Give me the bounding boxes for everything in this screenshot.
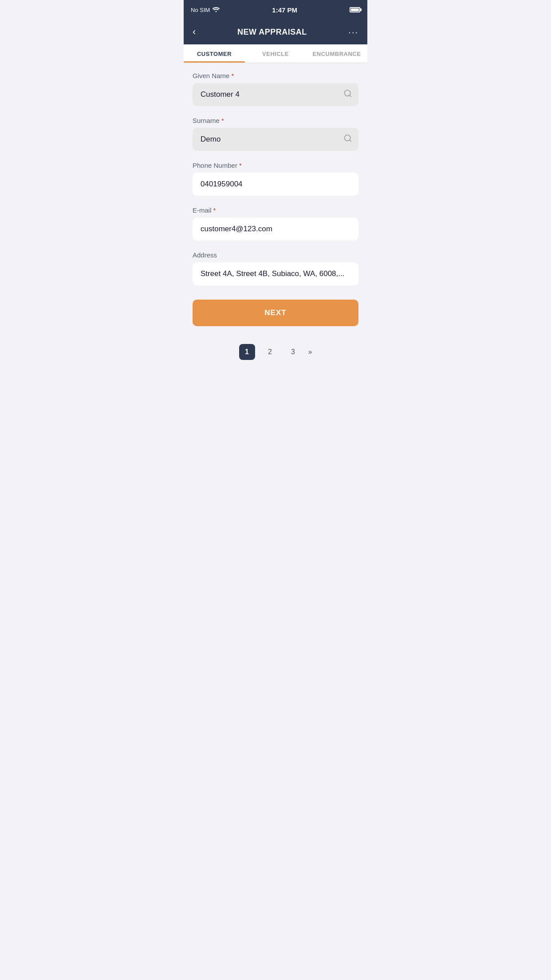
surname-search-icon[interactable] <box>343 134 352 145</box>
email-required: * <box>213 206 216 214</box>
page-3[interactable]: 3 <box>285 344 301 360</box>
email-input[interactable]: customer4@123.com <box>193 217 358 241</box>
surname-input[interactable]: Demo <box>193 128 358 151</box>
phone-group: Phone Number * 0401959004 <box>193 162 358 196</box>
page-next-button[interactable]: » <box>308 348 312 356</box>
surname-input-wrapper: Demo <box>193 128 358 151</box>
nav-bar: ‹ NEW APPRAISAL ··· <box>184 20 367 44</box>
page-1[interactable]: 1 <box>239 344 255 360</box>
surname-group: Surname * Demo <box>193 117 358 151</box>
pagination: 1 2 3 » <box>184 335 367 369</box>
phone-input[interactable]: 0401959004 <box>193 173 358 196</box>
email-label: E-mail * <box>193 206 358 214</box>
address-group: Address Street 4A, Street 4B, Subiaco, W… <box>193 251 358 285</box>
tab-encumbrance[interactable]: ENCUMBRANCE <box>306 44 367 63</box>
tab-vehicle[interactable]: VEHICLE <box>245 44 306 63</box>
svg-line-3 <box>350 140 351 142</box>
address-label: Address <box>193 251 358 259</box>
given-name-label: Given Name * <box>193 72 358 79</box>
surname-label: Surname * <box>193 117 358 124</box>
carrier-label: No SIM <box>191 7 210 13</box>
phone-required: * <box>239 162 242 169</box>
page-2[interactable]: 2 <box>262 344 278 360</box>
given-name-input-wrapper: Customer 4 <box>193 83 358 106</box>
more-button[interactable]: ··· <box>348 27 358 37</box>
given-name-required: * <box>231 72 234 79</box>
address-input[interactable]: Street 4A, Street 4B, Subiaco, WA, 6008,… <box>193 262 358 285</box>
given-name-group: Given Name * Customer 4 <box>193 72 358 106</box>
status-right <box>350 7 360 12</box>
svg-line-1 <box>350 95 351 97</box>
given-name-search-icon[interactable] <box>343 89 352 100</box>
status-time: 1:47 PM <box>272 6 297 14</box>
status-bar: No SIM 1:47 PM <box>184 0 367 20</box>
phone-label: Phone Number * <box>193 162 358 169</box>
surname-required: * <box>221 117 224 124</box>
back-button[interactable]: ‹ <box>193 26 196 38</box>
form-content: Given Name * Customer 4 Surname * Demo <box>184 63 367 335</box>
email-group: E-mail * customer4@123.com <box>193 206 358 241</box>
given-name-input[interactable]: Customer 4 <box>193 83 358 106</box>
status-left: No SIM <box>191 6 220 13</box>
tab-customer[interactable]: CUSTOMER <box>184 44 245 63</box>
wifi-icon <box>213 6 220 13</box>
next-button[interactable]: NEXT <box>193 300 358 326</box>
page-title: NEW APPRAISAL <box>237 28 307 37</box>
tab-bar: CUSTOMER VEHICLE ENCUMBRANCE <box>184 44 367 63</box>
battery-icon <box>350 7 360 12</box>
